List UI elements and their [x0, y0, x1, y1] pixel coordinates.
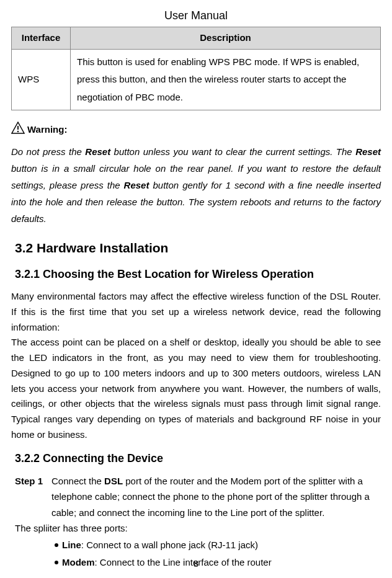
- interface-table: Interface Description WPS This button is…: [11, 27, 381, 110]
- warning-text-bold: Reset: [355, 146, 381, 157]
- step-1-content: Connect the DSL port of the router and t…: [51, 473, 381, 521]
- table-row: WPS This button is used for enabling WPS…: [12, 49, 381, 110]
- warning-block: Warning: Do not press the Reset button u…: [11, 122, 381, 227]
- warning-icon: [11, 122, 25, 138]
- section-3-2-2-title: 3.2.2 Connecting the Device: [11, 450, 381, 467]
- list-item: Line: Connect to a wall phone jack (RJ-1…: [55, 536, 381, 554]
- svg-point-2: [17, 131, 19, 132]
- cell-description: This button is used for enabling WPS PBC…: [71, 49, 381, 110]
- bullet-bold: Line: [62, 540, 81, 550]
- warning-text: Do not press the Reset button unless you…: [11, 143, 381, 227]
- warning-text-part: button unless you want to clear the curr…: [110, 146, 355, 157]
- step-text: Connect the: [51, 476, 104, 486]
- section-3-2-1-body: Many environmental factors may affect th…: [11, 289, 381, 443]
- section-3-2-title: 3.2 Hardware Installation: [11, 238, 381, 258]
- table-header-description: Description: [71, 27, 381, 50]
- bullet-text: Line: Connect to a wall phone jack (RJ-1…: [62, 536, 258, 554]
- cell-interface: WPS: [12, 49, 71, 110]
- bullet-icon: [55, 543, 58, 547]
- bullet-plain: : Connect to a wall phone jack (RJ-11 ja…: [81, 540, 258, 550]
- page-number: 8: [0, 557, 392, 571]
- warning-title: Warning:: [11, 122, 381, 138]
- step-1-row: Step 1 Connect the DSL port of the route…: [11, 473, 381, 521]
- page-header-title: User Manual: [11, 7, 381, 24]
- step-bold: DSL: [104, 476, 123, 486]
- step-1-label: Step 1: [15, 473, 43, 521]
- warning-label: Warning:: [27, 123, 67, 137]
- warning-text-bold: Reset: [85, 146, 110, 157]
- warning-text-bold: Reset: [124, 180, 149, 190]
- section-3-2-1-title: 3.2.1 Choosing the Best Location for Wir…: [11, 266, 381, 283]
- splitter-intro: The spliiter has three ports:: [11, 520, 381, 536]
- warning-text-part: Do not press the: [11, 146, 85, 157]
- table-header-interface: Interface: [12, 27, 71, 50]
